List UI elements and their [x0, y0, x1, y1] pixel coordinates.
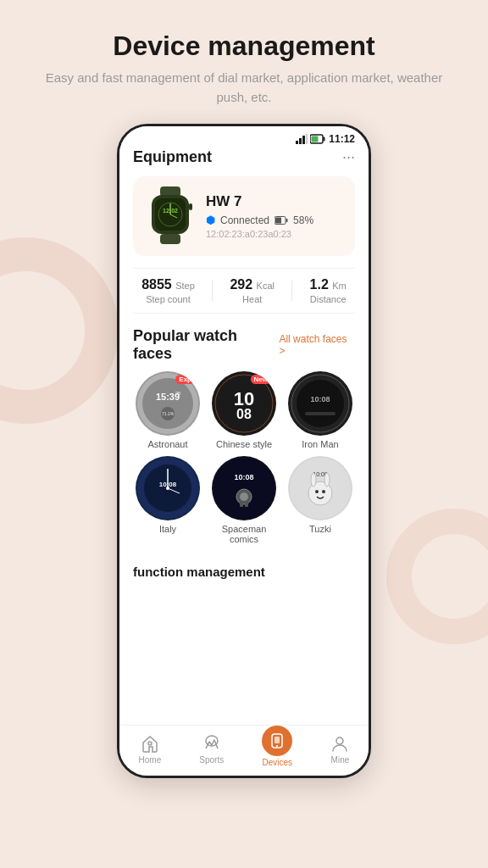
svg-point-53 [148, 742, 152, 745]
connection-row: ⬢ Connected 58% [206, 214, 313, 226]
nav-devices[interactable]: Devices [262, 732, 292, 767]
connection-status: Connected [220, 214, 269, 226]
watch-face-spaceman[interactable]: 10:08 Spaceman comics [209, 456, 279, 544]
more-options-icon[interactable]: ··· [342, 148, 355, 166]
nav-mine-label: Mine [331, 755, 350, 765]
equipment-title: Equipment [133, 148, 212, 166]
battery-small-icon [274, 216, 288, 225]
watch-face-circle-chinese: New 10 08 [212, 371, 276, 436]
svg-text:08: 08 [236, 407, 252, 421]
stat-steps: 8855 Step Step count [141, 277, 195, 304]
watch-face-circle-italy: 10:08 [136, 456, 200, 520]
svg-rect-15 [189, 203, 192, 210]
stat-divider-1 [212, 281, 213, 301]
watch-face-ironman[interactable]: 10:08 Iron Man [286, 371, 355, 449]
phone-content[interactable]: Equipment ··· 12:02 [119, 148, 369, 725]
svg-point-51 [311, 473, 316, 487]
svg-rect-44 [240, 502, 243, 507]
equipment-info: HW 7 ⬢ Connected 58% 12:02:23:a0:23a0:23 [206, 193, 313, 239]
svg-point-57 [276, 745, 278, 747]
svg-rect-3 [306, 134, 308, 144]
page-title: Device management [34, 31, 454, 62]
function-management-title: function management [133, 558, 355, 582]
svg-point-43 [240, 492, 248, 501]
equipment-card: 12:02 HW 7 ⬢ Connected 58 [133, 176, 355, 256]
all-faces-link[interactable]: All watch faces > [279, 333, 355, 357]
nav-mine[interactable]: Mine [330, 735, 349, 765]
svg-text:71.1%: 71.1% [162, 411, 175, 416]
svg-rect-5 [324, 137, 325, 142]
watch-face-circle-astronaut: Exp 15:39 25 71.1% [136, 371, 200, 436]
watch-face-label-ironman: Iron Man [286, 439, 355, 449]
svg-point-20 [142, 378, 193, 429]
svg-rect-45 [245, 502, 248, 507]
badge-new: New [251, 375, 271, 384]
battery-icon [310, 134, 325, 144]
phone-frame: 11:12 Equipment ··· [117, 124, 371, 778]
watch-faces-header: Popular watch faces All watch faces > [133, 327, 355, 363]
devices-icon [269, 732, 286, 749]
svg-rect-56 [274, 737, 280, 743]
watch-faces-title: Popular watch faces [133, 327, 279, 363]
page-subtitle: Easy and fast management of dial market,… [34, 69, 454, 107]
bg-decoration-circle-right [386, 509, 488, 644]
bottom-nav: Home Sports Devices [119, 725, 369, 776]
stat-steps-label: Step count [141, 294, 195, 304]
watch-face-tuzki[interactable]: 10:08 Tuzki [286, 456, 355, 544]
status-bar: 11:12 [119, 126, 369, 148]
stat-kcal: 292 Kcal Heat [230, 277, 274, 304]
watch-face-circle-tuzki: 10:08 [288, 456, 352, 520]
battery-percent: 58% [293, 214, 313, 226]
svg-point-52 [324, 473, 330, 487]
svg-rect-6 [312, 136, 319, 142]
svg-point-58 [336, 737, 343, 744]
svg-rect-1 [299, 138, 302, 144]
svg-rect-18 [275, 217, 281, 223]
nav-sports-label: Sports [199, 755, 224, 765]
watch-face-label-tuzki: Tuzki [286, 524, 355, 534]
nav-devices-active-bg [262, 726, 292, 756]
watch-face-chinese[interactable]: New 10 08 Chinese style [209, 371, 279, 449]
sports-icon [202, 735, 221, 754]
badge-exp: Exp [175, 375, 195, 384]
page-header: Device management Easy and fast manageme… [0, 0, 488, 124]
svg-rect-0 [296, 141, 298, 144]
stat-kcal-label: Heat [230, 294, 274, 304]
svg-rect-2 [302, 136, 305, 144]
nav-sports[interactable]: Sports [199, 735, 224, 765]
watch-face-italy[interactable]: 10:08 Italy [133, 456, 202, 544]
status-icons [296, 134, 325, 144]
svg-rect-10 [160, 234, 180, 244]
watch-face-label-spaceman: Spaceman comics [209, 524, 279, 544]
svg-point-30 [297, 380, 344, 427]
stat-kcal-value: 292 Kcal [230, 277, 274, 292]
device-id: 12:02:23:a0:23a0:23 [206, 229, 313, 239]
watch-face-label-astronaut: Astronaut [133, 439, 202, 449]
status-time: 11:12 [329, 133, 355, 145]
profile-icon [330, 735, 349, 754]
bg-decoration-circle-left [0, 237, 119, 424]
bluetooth-icon: ⬢ [206, 214, 215, 226]
stat-distance: 1.2 Km Distance [310, 277, 347, 304]
svg-text:25: 25 [175, 391, 181, 396]
svg-point-49 [315, 490, 319, 493]
stat-distance-label: Distance [310, 294, 347, 304]
stat-steps-value: 8855 Step [141, 277, 195, 292]
nav-home[interactable]: Home [139, 735, 162, 765]
svg-point-50 [322, 490, 325, 493]
watch-faces-grid: Exp 15:39 25 71.1% Astronaut New [133, 371, 355, 544]
svg-text:10:08: 10:08 [234, 473, 253, 481]
equipment-header: Equipment ··· [133, 148, 355, 166]
watch-face-astronaut[interactable]: Exp 15:39 25 71.1% Astronaut [133, 371, 202, 449]
nav-home-label: Home [139, 755, 162, 765]
watch-face-label-italy: Italy [133, 524, 202, 534]
svg-point-39 [166, 487, 169, 490]
nav-devices-label: Devices [263, 758, 293, 767]
watch-image: 12:02 [145, 186, 196, 246]
watch-face-circle-spaceman: 10:08 [212, 456, 276, 520]
stat-divider-2 [291, 281, 292, 301]
home-icon [141, 735, 159, 754]
svg-rect-17 [286, 219, 288, 222]
watch-face-label-chinese: Chinese style [209, 439, 279, 449]
stats-row: 8855 Step Step count 292 Kcal Heat 1.2 K… [133, 268, 355, 314]
